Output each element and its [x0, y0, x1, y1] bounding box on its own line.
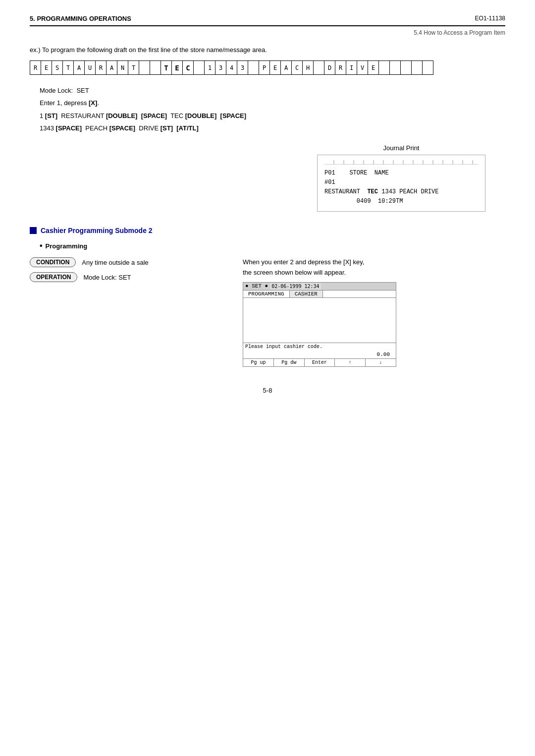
screen-amount: 0.00	[245, 351, 394, 357]
char-cell-15	[194, 61, 205, 75]
section-icon	[30, 227, 37, 234]
char-cell-7: A	[107, 61, 117, 75]
char-cell-12: T	[161, 61, 172, 75]
bullet-icon	[40, 241, 43, 250]
operation-badge: OPERATION	[30, 272, 77, 282]
instruction-line-1: Enter 1, depress [X].	[40, 97, 505, 109]
left-column: CONDITION Any time outside a sale OPERAT…	[30, 257, 238, 367]
screen-btn-pgdw[interactable]: Pg dw	[274, 359, 305, 366]
char-cell-10	[139, 61, 150, 75]
char-cell-17: 3	[215, 61, 226, 75]
chapter-title: 5. PROGRAMMING OPERATIONS	[30, 15, 131, 22]
bullet-label: Programming	[46, 242, 88, 250]
journal-paper: P01 STORE NAME #01 RESTAURANT TEC 1343 P…	[317, 155, 485, 212]
journal-container: Journal Print P01 STORE NAME #01 RESTAUR…	[317, 144, 485, 212]
char-cell-11	[150, 61, 161, 75]
screen-btn-enter[interactable]: Enter	[305, 359, 335, 366]
instruction-line-3: 1343 [SPACE] PEACH [SPACE] DRIVE [ST] [A…	[40, 122, 505, 134]
journal-line-3: 0409 10:29TM	[324, 197, 478, 206]
char-cell-20	[248, 61, 259, 75]
char-cell-33	[390, 61, 401, 75]
char-cell-23: A	[281, 61, 292, 75]
screen-status: ● SET ●	[245, 283, 268, 289]
screen-datetime: 02-06-1999 12:34	[270, 283, 321, 290]
char-cell-36	[423, 61, 433, 75]
screen-btn-pgup[interactable]: Pg up	[243, 359, 274, 366]
char-cell-31: E	[368, 61, 379, 75]
char-cell-24: C	[292, 61, 303, 75]
condition-row: CONDITION Any time outside a sale	[30, 257, 238, 267]
character-grid: RESTAURANT TEC 1343 PEACH DRIVE	[30, 60, 433, 75]
char-cell-0: R	[30, 61, 41, 75]
char-cell-2: S	[52, 61, 63, 75]
char-cell-4: A	[74, 61, 85, 75]
condition-text: Any time outside a sale	[82, 259, 148, 266]
char-cell-21: P	[259, 61, 270, 75]
doc-number: EO1-11138	[475, 15, 505, 22]
char-cell-5: U	[85, 61, 96, 75]
operation-text: Mode Lock: SET	[83, 274, 131, 281]
screen-prompt: Please input cashier code.	[245, 344, 394, 349]
journal-line-1: #01	[324, 178, 478, 187]
instruction-line-0: Mode Lock: SET	[40, 85, 505, 96]
page-header: 5. PROGRAMMING OPERATIONS EO1-11138	[30, 15, 505, 26]
right-description: When you enter 2 and depress the [X] key…	[243, 257, 505, 278]
section-title: Cashier Programming Submode 2	[41, 227, 153, 234]
right-text-line2: the screen shown below will appear.	[243, 269, 346, 276]
instructions-block: Mode Lock: SET Enter 1, depress [X]. 1 […	[40, 85, 505, 134]
screen-btn-up[interactable]: ↑	[335, 359, 366, 366]
screen-button-bar: Pg up Pg dw Enter ↑ ↓	[243, 358, 396, 366]
char-cell-19: 3	[237, 61, 248, 75]
char-cell-35	[412, 61, 423, 75]
tab-programming[interactable]: PROGRAMMING	[243, 291, 290, 297]
screen-top-bar: ● SET ● 02-06-1999 12:34	[243, 283, 396, 291]
right-text-line1: When you enter 2 and depress the [X] key…	[243, 258, 364, 266]
char-cell-26	[314, 61, 324, 75]
journal-section: Journal Print P01 STORE NAME #01 RESTAUR…	[30, 144, 485, 212]
screen-footer: Please input cashier code. 0.00	[243, 343, 396, 358]
cashier-section-header: Cashier Programming Submode 2	[30, 227, 505, 234]
char-cell-25: H	[303, 61, 314, 75]
tab-cashier[interactable]: CASHIER	[290, 291, 323, 297]
char-cell-8: N	[117, 61, 128, 75]
char-cell-22: E	[270, 61, 281, 75]
page-number: 5-8	[30, 387, 505, 394]
instruction-line-2: 1 [ST] RESTAURANT [DOUBLE] [SPACE] TEC […	[40, 110, 505, 121]
operation-row: OPERATION Mode Lock: SET	[30, 272, 238, 282]
condition-operation-section: CONDITION Any time outside a sale OPERAT…	[30, 257, 505, 367]
char-cell-18: 4	[226, 61, 237, 75]
char-cell-29: I	[346, 61, 357, 75]
screen-mockup: ● SET ● 02-06-1999 12:34 PROGRAMMING CAS…	[243, 282, 396, 367]
journal-line-0: P01 STORE NAME	[324, 169, 478, 178]
char-cell-9: T	[128, 61, 139, 75]
section-subtitle: 5.4 How to Access a Program Item	[30, 29, 505, 36]
char-cell-6: R	[96, 61, 107, 75]
journal-line-2: RESTAURANT TEC 1343 PEACH DRIVE	[324, 187, 478, 197]
right-column: When you enter 2 and depress the [X] key…	[238, 257, 505, 367]
bullet-programming: Programming	[40, 241, 505, 250]
screen-btn-down[interactable]: ↓	[366, 359, 396, 366]
char-cell-1: E	[41, 61, 52, 75]
char-cell-32	[379, 61, 390, 75]
char-cell-3: T	[63, 61, 74, 75]
screen-tabs: PROGRAMMING CASHIER	[243, 291, 396, 298]
condition-badge: CONDITION	[30, 257, 76, 267]
page: 5. PROGRAMMING OPERATIONS EO1-11138 5.4 …	[0, 0, 535, 756]
char-cell-16: 1	[205, 61, 215, 75]
screen-body	[243, 298, 396, 343]
char-cell-28: R	[335, 61, 346, 75]
journal-label: Journal Print	[317, 144, 485, 152]
char-cell-30: V	[357, 61, 368, 75]
char-cell-13: E	[172, 61, 183, 75]
example-intro: ex.) To program the following draft on t…	[30, 46, 505, 54]
char-cell-14: C	[183, 61, 194, 75]
char-cell-27: D	[324, 61, 335, 75]
char-cell-34	[401, 61, 412, 75]
